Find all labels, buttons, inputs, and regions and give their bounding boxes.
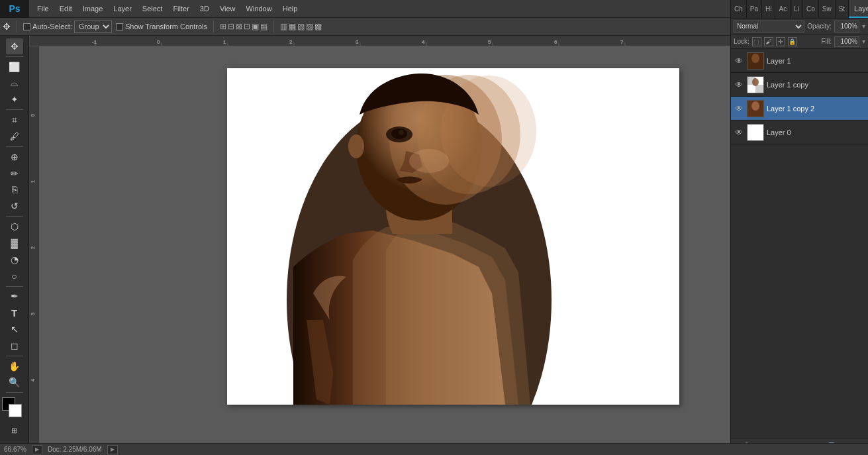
menu-file[interactable]: File — [32, 3, 54, 14]
svg-point-34 — [399, 130, 404, 135]
zoom-btn[interactable]: 🔍 — [6, 375, 23, 391]
fill-label: Fill: — [821, 38, 832, 45]
svg-point-38 — [751, 54, 759, 63]
menu-3d[interactable]: 3D — [195, 3, 215, 14]
svg-text:4: 4 — [30, 379, 35, 381]
auto-select-group: Auto-Select: Group Layer — [23, 21, 112, 33]
layer-row-1[interactable]: 👁 Layer 1 copy — [731, 73, 868, 97]
move-tool-icon: ✥ — [3, 21, 11, 32]
menu-layer[interactable]: Layer — [108, 3, 137, 14]
layers-panel: Normal Multiply Screen Overlay Opacity: … — [731, 19, 868, 455]
menu-view[interactable]: View — [215, 3, 241, 14]
tab-layers[interactable]: Layers × — [849, 0, 868, 18]
align-left-icon[interactable]: ⊞ — [220, 22, 226, 31]
menu-select[interactable]: Select — [137, 3, 168, 14]
align-bottom-icon[interactable]: ▤ — [260, 22, 267, 31]
auto-select-checkbox[interactable] — [23, 23, 30, 30]
layer-1-visibility[interactable]: 👁 — [734, 79, 744, 90]
svg-text:5: 5 — [488, 39, 491, 45]
layer-2-visibility[interactable]: 👁 — [734, 103, 744, 114]
lock-all-icon[interactable]: 🔒 — [788, 37, 797, 46]
layer-row-2[interactable]: 👁 Layer 1 copy 2 — [731, 97, 868, 121]
tab-paths[interactable]: Pa — [747, 0, 762, 18]
status-options-btn[interactable]: ▶ — [32, 445, 42, 454]
opacity-arrow[interactable]: ▾ — [862, 23, 865, 30]
fill-input[interactable] — [834, 36, 859, 47]
stamp-btn[interactable]: ⎘ — [6, 182, 23, 198]
ps-logo: Ps — [0, 0, 29, 18]
move-tool-btn[interactable]: ✥ — [6, 38, 23, 54]
ruler-v-svg: 0 1 2 3 4 — [29, 46, 40, 443]
distribute-icons: ▥ ▦ ▧ ▨ ▩ — [280, 22, 322, 31]
path-select-btn[interactable]: ↖ — [6, 321, 23, 337]
doc-info-btn[interactable]: ▶ — [107, 445, 118, 454]
lock-transparent-icon[interactable]: ⬚ — [752, 37, 761, 46]
brush-btn[interactable]: ✏ — [6, 166, 23, 181]
tab-styles[interactable]: St — [836, 0, 849, 18]
layer-row-0[interactable]: 👁 Layer 1 — [731, 49, 868, 73]
auto-select-dropdown[interactable]: Group Layer — [74, 21, 112, 33]
hand-btn[interactable]: ✋ — [6, 358, 23, 374]
eyedropper-btn[interactable]: 🖋 — [6, 128, 23, 144]
opacity-label: Opacity: — [807, 23, 832, 30]
dist-v-icon[interactable]: ▦ — [289, 22, 296, 31]
dodge-btn[interactable]: ○ — [6, 268, 23, 284]
eraser-btn[interactable]: ⬡ — [6, 219, 23, 234]
lock-position-icon[interactable]: ✛ — [776, 37, 785, 46]
lasso-tool-btn[interactable]: ⌓ — [6, 76, 23, 91]
svg-text:3: 3 — [30, 313, 35, 315]
menu-filter[interactable]: Filter — [168, 3, 194, 14]
svg-text:0: 0 — [157, 39, 160, 45]
svg-point-45 — [751, 101, 759, 111]
menu-window[interactable]: Window — [241, 3, 277, 14]
layer-2-name: Layer 1 copy 2 — [767, 105, 865, 113]
svg-text:1: 1 — [30, 180, 35, 183]
heal-brush-btn[interactable]: ⊕ — [6, 149, 23, 165]
blur-btn[interactable]: ◔ — [6, 252, 23, 268]
lock-image-icon[interactable]: 🖌 — [764, 37, 773, 46]
fill-arrow[interactable]: ▾ — [862, 38, 865, 45]
tab-swatches[interactable]: Sw — [819, 0, 836, 18]
align-right-icon[interactable]: ⊠ — [236, 22, 242, 31]
magic-wand-btn[interactable]: ✦ — [6, 91, 23, 107]
layer-row-3[interactable]: 👁 Layer 0 — [731, 121, 868, 144]
tab-libraries[interactable]: Li — [791, 0, 803, 18]
layer-0-visibility[interactable]: 👁 — [734, 56, 744, 66]
dist-icon5[interactable]: ▩ — [314, 22, 322, 31]
marquee-tool-btn[interactable]: ⬜ — [6, 59, 23, 75]
tab-history[interactable]: Hi — [762, 0, 775, 18]
menu-help[interactable]: Help — [277, 3, 303, 14]
layer-3-thumbnail — [747, 124, 764, 141]
dist-icon4[interactable]: ▨ — [306, 22, 313, 31]
tool-separator-7 — [6, 392, 23, 393]
align-center-icon[interactable]: ⊟ — [228, 22, 234, 31]
tool-separator-4 — [6, 216, 23, 217]
background-color[interactable] — [9, 404, 22, 417]
pen-btn[interactable]: ✒ — [6, 288, 23, 304]
blend-mode-select[interactable]: Normal Multiply Screen Overlay — [734, 21, 804, 32]
tab-actions[interactable]: Ac — [775, 0, 791, 18]
crop-tool-btn[interactable]: ⌗ — [6, 112, 23, 128]
lock-label: Lock: — [734, 38, 749, 45]
dist-h-icon[interactable]: ▥ — [280, 22, 287, 31]
transform-controls-checkbox[interactable] — [116, 23, 123, 30]
svg-text:6: 6 — [554, 39, 557, 45]
blend-mode-row: Normal Multiply Screen Overlay Opacity: … — [731, 19, 868, 34]
menu-image[interactable]: Image — [77, 3, 109, 14]
type-btn[interactable]: T — [6, 305, 23, 321]
layer-3-visibility[interactable]: 👁 — [734, 127, 744, 138]
align-middle-icon[interactable]: ▣ — [252, 22, 259, 31]
svg-point-35 — [348, 134, 364, 158]
shape-btn[interactable]: ◻ — [6, 338, 23, 354]
gradient-btn[interactable]: ▓ — [6, 235, 23, 251]
quick-mask-btn[interactable]: ⊞ — [6, 423, 23, 438]
align-top-icon[interactable]: ⊡ — [244, 22, 250, 31]
layer-0-name: Layer 1 — [767, 57, 865, 65]
dist-icon3[interactable]: ▧ — [297, 22, 305, 31]
menu-edit[interactable]: Edit — [54, 3, 77, 14]
tab-channels[interactable]: Ch — [731, 0, 747, 18]
history-brush-btn[interactable]: ↺ — [6, 198, 23, 214]
color-swatches — [2, 397, 27, 419]
opacity-input[interactable] — [834, 21, 859, 32]
tab-color[interactable]: Co — [803, 0, 819, 18]
